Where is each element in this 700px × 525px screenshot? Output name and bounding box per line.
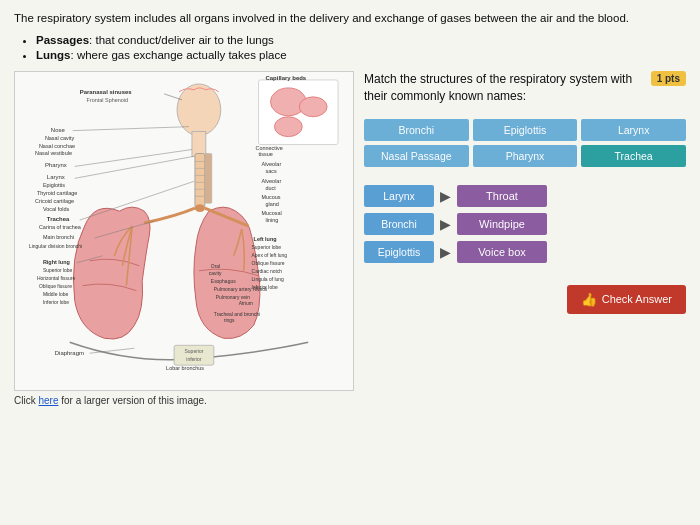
diagram-box: Superior inferior Paranasal sinuses Fron…: [14, 71, 354, 391]
passages-bold: Passages: [36, 34, 89, 46]
click-rest: for a larger version of this image.: [58, 395, 206, 406]
svg-text:Nose: Nose: [51, 127, 66, 133]
svg-rect-2: [192, 132, 206, 157]
svg-text:Alveolar: Alveolar: [262, 178, 282, 184]
svg-rect-3: [195, 154, 205, 209]
svg-text:Alveolar: Alveolar: [262, 162, 282, 168]
svg-rect-11: [205, 154, 212, 204]
match-row-larynx: Larynx ▶ Throat: [364, 185, 686, 207]
click-text: Click: [14, 395, 38, 406]
match-label-larynx: Larynx: [364, 185, 434, 207]
svg-text:Pulmonary vein: Pulmonary vein: [216, 295, 250, 300]
bullet-passages: Passages: that conduct/deliver air to th…: [36, 34, 686, 46]
svg-text:Inferior lobe: Inferior lobe: [43, 300, 69, 305]
match-row-bronchi: Bronchi ▶ Windpipe: [364, 213, 686, 235]
svg-point-14: [299, 97, 327, 117]
svg-text:Diaphragm: Diaphragm: [55, 350, 84, 356]
match-answer-throat: Throat: [457, 185, 547, 207]
svg-text:Apex of left lung: Apex of left lung: [252, 253, 288, 258]
arrow-right-icon: ▶: [440, 188, 451, 204]
svg-text:Esophagus: Esophagus: [211, 279, 236, 284]
match-label-epiglottis: Epiglottis: [364, 241, 434, 263]
bullet-list: Passages: that conduct/deliver air to th…: [36, 34, 686, 61]
diagram-svg: Superior inferior Paranasal sinuses Fron…: [15, 72, 353, 390]
svg-text:Superior lobe: Superior lobe: [252, 245, 282, 250]
svg-text:Superior lobe: Superior lobe: [43, 268, 73, 273]
svg-text:Paranasal sinuses: Paranasal sinuses: [80, 89, 133, 95]
click-here-link[interactable]: here: [38, 395, 58, 406]
match-label-bronchi: Bronchi: [364, 213, 434, 235]
diagram-click: Click here for a larger version of this …: [14, 395, 354, 406]
svg-point-10: [195, 204, 205, 212]
svg-point-15: [274, 117, 302, 137]
svg-text:sacs: sacs: [265, 168, 276, 174]
check-answer-button[interactable]: 👍 Check Answer: [567, 285, 686, 314]
svg-text:Epiglottis: Epiglottis: [43, 182, 65, 188]
svg-text:Larynx: Larynx: [47, 174, 65, 180]
svg-text:Middle lobe: Middle lobe: [43, 292, 69, 297]
main-content: Superior inferior Paranasal sinuses Fron…: [14, 71, 686, 406]
svg-text:lining: lining: [265, 217, 278, 223]
answer-btn-larynx[interactable]: Larynx: [581, 119, 686, 141]
svg-text:Trachea: Trachea: [47, 216, 70, 222]
lungs-bold: Lungs: [36, 49, 71, 61]
answer-btn-bronchi[interactable]: Bronchi: [364, 119, 469, 141]
svg-text:inferior: inferior: [186, 357, 201, 362]
lungs-rest: : where gas exchange actually takes plac…: [71, 49, 287, 61]
svg-text:Lobar bronchus: Lobar bronchus: [166, 365, 204, 371]
svg-text:tissue: tissue: [259, 152, 273, 158]
svg-text:Nasal cavity: Nasal cavity: [45, 135, 75, 141]
match-title: Match the structures of the respiratory …: [364, 71, 643, 105]
svg-text:Lingular division bronchi: Lingular division bronchi: [29, 244, 82, 249]
svg-text:Right lung: Right lung: [43, 259, 70, 265]
svg-text:Horizontal fissure: Horizontal fissure: [37, 276, 76, 281]
svg-text:rings: rings: [224, 319, 235, 324]
svg-text:Connective: Connective: [256, 145, 283, 151]
answer-btn-trachea[interactable]: Trachea: [581, 145, 686, 167]
svg-text:Oral: Oral: [211, 264, 220, 269]
svg-text:Oblique fissure: Oblique fissure: [39, 284, 72, 289]
match-rows: Larynx ▶ Throat Bronchi ▶ Windpipe Epigl…: [364, 185, 686, 263]
svg-text:Mucous: Mucous: [262, 194, 281, 200]
svg-text:Carina of trachea: Carina of trachea: [39, 224, 82, 230]
svg-text:Cardiac notch: Cardiac notch: [252, 269, 283, 274]
arrow-right-icon-2: ▶: [440, 216, 451, 232]
answer-btn-nasal-passage[interactable]: Nasal Passage: [364, 145, 469, 167]
svg-text:Tracheal and bronchi: Tracheal and bronchi: [214, 313, 260, 318]
page: The respiratory system includes all orga…: [0, 0, 700, 525]
svg-text:Frontal   Sphenoid: Frontal Sphenoid: [87, 97, 129, 103]
svg-text:Main bronchi: Main bronchi: [43, 234, 74, 240]
svg-text:Left lung: Left lung: [254, 236, 277, 242]
svg-text:gland: gland: [265, 201, 278, 207]
passages-rest: : that conduct/deliver air to the lungs: [89, 34, 274, 46]
svg-text:Oblique fissure: Oblique fissure: [252, 261, 285, 266]
svg-text:Pulmonary artery Alveoli: Pulmonary artery Alveoli: [214, 287, 267, 292]
pts-badge: 1 pts: [651, 71, 686, 86]
answer-btn-pharynx[interactable]: Pharynx: [473, 145, 578, 167]
intro-text: The respiratory system includes all orga…: [14, 10, 686, 26]
match-header: Match the structures of the respiratory …: [364, 71, 686, 105]
svg-text:Nasal conchae: Nasal conchae: [39, 143, 75, 149]
match-row-epiglottis: Epiglottis ▶ Voice box: [364, 241, 686, 263]
svg-text:duct: duct: [265, 185, 276, 191]
svg-text:Cricoid cartilage: Cricoid cartilage: [35, 198, 74, 204]
check-answer-label: Check Answer: [602, 293, 672, 305]
svg-text:Atrium: Atrium: [239, 301, 253, 306]
svg-text:Mucosal: Mucosal: [262, 210, 282, 216]
answer-btn-epiglottis[interactable]: Epiglottis: [473, 119, 578, 141]
check-icon: 👍: [581, 292, 597, 307]
diagram-section: Superior inferior Paranasal sinuses Fron…: [14, 71, 354, 406]
svg-text:Pharynx: Pharynx: [45, 162, 67, 168]
svg-text:Capillary beds: Capillary beds: [265, 75, 306, 81]
arrow-right-icon-3: ▶: [440, 244, 451, 260]
svg-text:Lingula of lung: Lingula of lung: [252, 277, 284, 282]
answer-grid: Bronchi Epiglottis Larynx Nasal Passage …: [364, 119, 686, 167]
svg-text:Vocal folds: Vocal folds: [43, 206, 70, 212]
svg-text:Nasal vestibule: Nasal vestibule: [35, 151, 72, 157]
svg-text:cavity: cavity: [209, 271, 222, 276]
bullet-lungs: Lungs: where gas exchange actually takes…: [36, 49, 686, 61]
match-answer-voicebox: Voice box: [457, 241, 547, 263]
match-answer-windpipe: Windpipe: [457, 213, 547, 235]
right-section: Match the structures of the respiratory …: [364, 71, 686, 314]
svg-point-1: [177, 84, 221, 136]
